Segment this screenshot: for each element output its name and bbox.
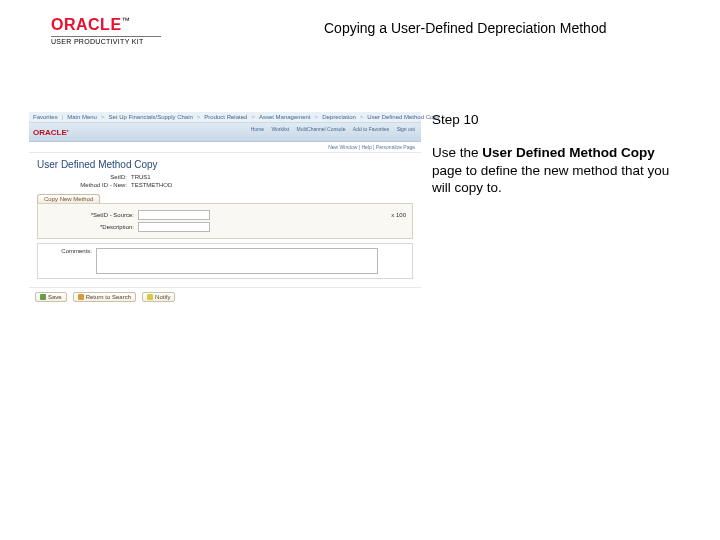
header-link-console[interactable]: MultiChannel Console	[297, 126, 346, 132]
instruction-text: Use the User Defined Method Copy page to…	[432, 144, 684, 196]
breadcrumb-item[interactable]: Main Menu	[67, 114, 97, 120]
return-label: Return to Search	[86, 294, 131, 300]
return-icon	[78, 294, 84, 300]
source-setid-input[interactable]	[138, 210, 210, 220]
description-panel: Comments:	[37, 243, 413, 279]
action-bar: Save Return to Search Notify	[29, 287, 421, 306]
comments-textarea[interactable]	[96, 248, 378, 274]
app-screenshot: Favorites| Main Menu> Set Up Financials/…	[28, 111, 422, 333]
instruction-prefix: Use the	[432, 145, 482, 160]
app-brand: ORACLE'	[33, 128, 69, 137]
instruction-panel: Step 10 Use the User Defined Method Copy…	[432, 111, 684, 196]
instruction-suffix: page to define the new method that you w…	[432, 163, 669, 195]
header-link-favorites[interactable]: Add to Favorites	[353, 126, 389, 132]
save-icon	[40, 294, 46, 300]
setid-value: TRUS1	[131, 174, 151, 180]
return-to-search-button[interactable]: Return to Search	[73, 292, 136, 302]
app-page-title: User Defined Method Copy	[37, 159, 413, 170]
app-header: ORACLE' Home Worklist MultiChannel Conso…	[29, 123, 421, 142]
description-input[interactable]	[138, 222, 210, 232]
header-link-signout[interactable]: Sign out	[397, 126, 415, 132]
page-title: Copying a User-Defined Depreciation Meth…	[324, 20, 606, 36]
source-setid-label: *SetID - Source:	[44, 212, 134, 218]
comments-label: Comments:	[42, 248, 92, 254]
step-label: Step 10	[432, 111, 684, 128]
copy-method-panel: *SetID - Source: x 100 *Description:	[37, 203, 413, 239]
breadcrumb-item[interactable]: Set Up Financials/Supply Chain	[108, 114, 192, 120]
breadcrumb-item[interactable]: Asset Management	[259, 114, 311, 120]
description-label: *Description:	[44, 224, 134, 230]
method-id-label: Method ID - New:	[37, 182, 127, 188]
save-label: Save	[48, 294, 62, 300]
percent-value: x 100	[391, 212, 406, 218]
oracle-upk-logo: ORACLE™ USER PRODUCTIVITY KIT	[51, 16, 161, 45]
breadcrumb-item[interactable]: User Defined Method Copy	[367, 114, 439, 120]
instruction-bold: User Defined Method Copy	[482, 145, 655, 160]
breadcrumb-item[interactable]: Depreciation	[322, 114, 356, 120]
app-body: User Defined Method Copy SetID: TRUS1 Me…	[29, 153, 421, 287]
sub-links[interactable]: New Window | Help | Personalize Page	[29, 142, 421, 153]
notify-label: Notify	[155, 294, 170, 300]
header-links: Home Worklist MultiChannel Console Add t…	[245, 126, 415, 132]
logo-brand: ORACLE	[51, 16, 122, 33]
breadcrumb-item[interactable]: Favorites	[33, 114, 58, 120]
notify-button[interactable]: Notify	[142, 292, 175, 302]
notify-icon	[147, 294, 153, 300]
save-button[interactable]: Save	[35, 292, 67, 302]
header-link-worklist[interactable]: Worklist	[271, 126, 289, 132]
logo-tm: ™	[122, 16, 130, 25]
method-id-value: TESTMETHOD	[131, 182, 172, 188]
breadcrumb-item[interactable]: Product Related	[204, 114, 247, 120]
logo-subline: USER PRODUCTIVITY KIT	[51, 38, 161, 45]
logo-divider	[51, 36, 161, 37]
breadcrumb: Favorites| Main Menu> Set Up Financials/…	[29, 112, 421, 123]
tab-copy-new-method[interactable]: Copy New Method	[37, 194, 100, 203]
setid-label: SetID:	[37, 174, 127, 180]
header-link-home[interactable]: Home	[251, 126, 264, 132]
